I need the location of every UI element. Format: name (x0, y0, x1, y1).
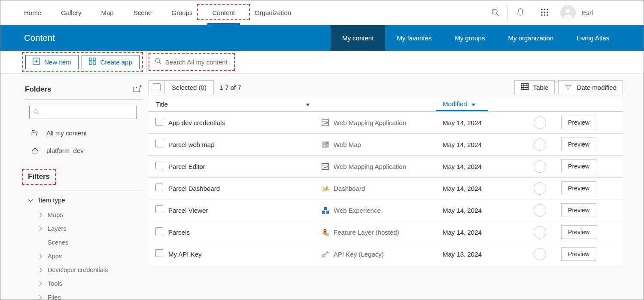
topnav-item-map[interactable]: Map (91, 0, 124, 25)
owner-button[interactable] (534, 204, 546, 217)
account-menu[interactable]: Esri (560, 5, 593, 21)
notifications-button[interactable] (508, 0, 532, 25)
filter-label: Apps (48, 253, 62, 260)
caret-down-icon (471, 100, 476, 107)
row-checkbox[interactable] (155, 140, 163, 147)
item-title[interactable]: Parcel Editor (168, 163, 322, 170)
row-checkbox[interactable] (155, 205, 163, 213)
more-options-button[interactable] (608, 164, 613, 169)
item-modified: May 14, 2024 (443, 141, 526, 148)
nav-label: Scene (134, 9, 152, 16)
item-title[interactable]: Parcels (168, 229, 322, 236)
filter-group-item-type[interactable]: Item type (25, 196, 142, 204)
filter-item-developer-credentials[interactable]: Developer credentials (25, 263, 142, 277)
plus-square-icon (33, 58, 40, 66)
item-title[interactable]: Parcel Viewer (168, 207, 322, 214)
topnav-item-groups[interactable]: Groups (161, 0, 202, 25)
owner-button[interactable] (534, 116, 546, 129)
preview-button[interactable]: Preview (561, 116, 596, 129)
filter-item-maps[interactable]: Maps (25, 208, 142, 222)
row-checkbox[interactable] (155, 249, 163, 257)
row-checkbox[interactable] (155, 118, 163, 126)
item-title[interactable]: App dev credentials (168, 119, 322, 126)
tab-my-groups[interactable]: My groups (443, 25, 496, 51)
chevron-right-icon (39, 281, 43, 286)
tab-living-atlas[interactable]: Living Atlas (565, 25, 621, 51)
folder-label: All my content (46, 129, 87, 137)
owner-button[interactable] (534, 226, 546, 239)
more-options-button[interactable] (608, 186, 613, 191)
row-checkbox[interactable] (155, 227, 163, 235)
item-type: Feature Layer (hosted) (334, 229, 399, 236)
more-options-button[interactable] (608, 251, 613, 257)
tab-my-organization[interactable]: My organization (496, 25, 565, 51)
selected-count-button[interactable]: Selected (0) (165, 81, 213, 94)
filter-label: Files (48, 294, 61, 300)
preview-button[interactable]: Preview (561, 181, 596, 195)
sort-button[interactable]: Date modified (558, 80, 623, 94)
more-options-button[interactable] (608, 120, 613, 125)
row-checkbox[interactable] (155, 184, 163, 191)
content-header: Content My contentMy favoritesMy groupsM… (0, 25, 644, 51)
topbar-actions: Esri (483, 0, 644, 25)
preview-button[interactable]: Preview (561, 138, 596, 151)
search-button[interactable] (483, 0, 507, 25)
filter-item-tools[interactable]: Tools (25, 277, 142, 291)
filter-item-layers[interactable]: Layers (25, 222, 142, 236)
bell-icon (516, 7, 525, 18)
more-options-button[interactable] (608, 208, 613, 213)
folder-search-input[interactable] (42, 109, 133, 116)
preview-button[interactable]: Preview (561, 203, 596, 217)
folder-item-platform-dev[interactable]: platform_dev (25, 142, 142, 159)
tab-my-content[interactable]: My content (331, 25, 385, 51)
preview-button[interactable]: Preview (561, 225, 596, 239)
filter-item-apps[interactable]: Apps (25, 249, 142, 263)
item-type-filter-list: MapsLayersScenesAppsDeveloper credential… (25, 208, 142, 300)
more-options-button[interactable] (608, 142, 613, 147)
table-row: Parcel Editor Web Mapping Application Ma… (149, 156, 623, 178)
filter-item-files[interactable]: Files (25, 291, 142, 300)
preview-button[interactable]: Preview (561, 247, 596, 261)
item-title[interactable]: My API Key (168, 251, 322, 258)
item-title[interactable]: Parcel Dashboard (168, 185, 322, 192)
table-header: Title Modified (149, 97, 623, 112)
item-type: Web Mapping Application (334, 163, 406, 170)
topnav-item-scene[interactable]: Scene (124, 0, 162, 25)
topnav-item-home[interactable]: Home (14, 0, 51, 25)
top-nav-bar: HomeGalleryMapSceneGroupsContentOrganiza… (0, 0, 644, 25)
filter-label: Maps (48, 211, 63, 218)
new-folder-button[interactable] (133, 85, 142, 94)
select-all-control: Selected (0) (149, 80, 214, 94)
item-modified: May 13, 2024 (443, 251, 526, 258)
new-item-button[interactable]: New item (25, 55, 79, 69)
content-search-input[interactable] (165, 58, 229, 66)
item-modified: May 14, 2024 (443, 185, 526, 192)
folder-item-all-my-content[interactable]: All my content (25, 124, 142, 142)
title-filter-caret[interactable] (306, 97, 310, 111)
owner-button[interactable] (534, 160, 546, 173)
topnav-item-organization[interactable]: Organization (245, 0, 301, 25)
table-view-button[interactable]: Table (514, 80, 555, 94)
table-body: App dev credentials Web Mapping Applicat… (149, 112, 623, 265)
select-all-checkbox[interactable] (153, 83, 161, 91)
item-title[interactable]: Parcel web map (168, 141, 322, 148)
app-launcher-button[interactable] (532, 0, 557, 25)
topnav-item-gallery[interactable]: Gallery (51, 0, 91, 25)
owner-button[interactable] (534, 138, 546, 151)
column-modified-sort[interactable]: Modified (436, 97, 488, 111)
item-modified: May 14, 2024 (443, 163, 526, 170)
page-title: Content (24, 33, 55, 43)
topnav-item-content[interactable]: Content (202, 0, 245, 25)
tab-my-favorites[interactable]: My favorites (385, 25, 443, 51)
item-type: Web Mapping Application (334, 119, 406, 126)
sidebar: Folders All my contentplatform_dev Filte… (0, 73, 149, 300)
row-checkbox[interactable] (155, 162, 163, 169)
owner-button[interactable] (534, 248, 546, 260)
filter-item-scenes[interactable]: Scenes (25, 236, 142, 249)
preview-button[interactable]: Preview (561, 159, 596, 173)
filter-label: Tools (48, 280, 62, 287)
content-area: Folders All my contentplatform_dev Filte… (0, 73, 644, 300)
owner-button[interactable] (534, 182, 546, 195)
more-options-button[interactable] (608, 230, 613, 235)
create-app-button[interactable]: Create app (82, 55, 140, 69)
